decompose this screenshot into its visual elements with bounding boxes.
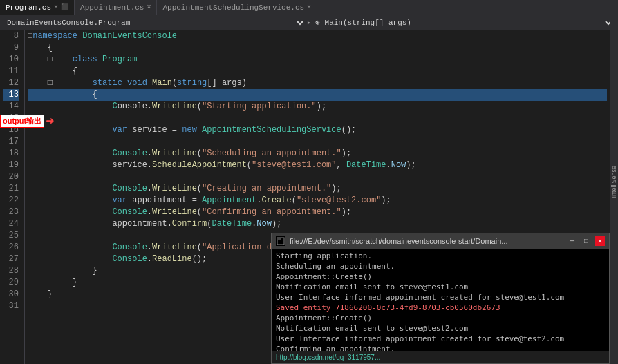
console-window: file:///E:/dev/ssmith/scratch/domaineven…: [271, 233, 610, 364]
line-num: 28: [3, 265, 19, 277]
line-numbers: 8 9 10 11 12 13 14 15 16 17 18 19 20 21 …: [0, 30, 25, 364]
namespace-selector[interactable]: DomainEventsConsole.Program: [4, 18, 306, 28]
console-maximize-button[interactable]: □: [581, 236, 591, 246]
output-arrow-icon: ➜: [46, 113, 54, 130]
code-line-8: □namespace DomainEventsConsole: [28, 30, 607, 42]
console-line: Scheduling an appointment.: [276, 261, 605, 271]
tab-close-icon[interactable]: ×: [147, 3, 151, 11]
console-footer: http://blog.csdn.net/qq_3117957...: [272, 351, 609, 363]
console-url: http://blog.csdn.net/qq_3117957...: [276, 354, 380, 361]
line-num: 31: [3, 300, 19, 312]
console-minimize-button[interactable]: ─: [568, 236, 577, 246]
console-line: User Interface informed appointment crea…: [276, 292, 605, 303]
code-line-19: service.ScheduleAppointment("steve@test1…: [28, 160, 607, 171]
line-num: 26: [3, 242, 19, 253]
line-num: 12: [3, 77, 19, 89]
code-line-10: □ class Program: [28, 54, 607, 66]
console-line: Appointment::Create(): [276, 271, 605, 282]
console-title: file:///E:/dev/ssmith/scratch/domaineven…: [290, 237, 563, 245]
line-num: 8: [3, 30, 19, 42]
tab-close-icon[interactable]: ×: [54, 3, 58, 11]
code-line-23: Console.WriteLine("Confirming an appoint…: [28, 207, 607, 218]
output-label: output输出: [0, 115, 44, 128]
line-num: 21: [3, 183, 19, 195]
code-line-13: {: [28, 89, 607, 101]
console-line: Starting application.: [276, 251, 605, 261]
tab-close-icon[interactable]: ×: [307, 3, 311, 11]
svg-rect-1: [278, 238, 281, 240]
code-line-18: Console.WriteLine("Scheduling an appoint…: [28, 148, 607, 160]
line-num: 23: [3, 207, 19, 218]
tab-bar: Program.cs × ⬛ Appointment.cs × Appointm…: [0, 0, 618, 15]
line-num: 10: [3, 54, 19, 66]
line-num: 20: [3, 171, 19, 183]
console-close-button[interactable]: ✕: [595, 236, 605, 246]
line-num-active: 13: [3, 89, 19, 101]
line-num: 14: [3, 101, 19, 113]
line-num: 17: [3, 136, 19, 148]
console-line: Appointment::Create(): [276, 313, 605, 323]
console-line: Notification email sent to steve@test2.c…: [276, 323, 605, 334]
intellisense-sidebar: IntelliSense: [610, 0, 618, 364]
console-titlebar: file:///E:/dev/ssmith/scratch/domaineven…: [272, 233, 609, 249]
method-selector[interactable]: ⊛ Main(string[] args): [312, 18, 614, 28]
intellisense-label: IntelliSense: [610, 166, 617, 198]
code-line-20: [28, 171, 607, 183]
tab-program-cs[interactable]: Program.cs × ⬛: [0, 0, 75, 15]
console-body: Starting application. Scheduling an appo…: [272, 249, 609, 351]
code-line-12: □ static void Main(string[] args): [28, 77, 607, 89]
console-line: User Interface informed appointment crea…: [276, 334, 605, 344]
code-line-21: Console.WriteLine("Creating an appointme…: [28, 183, 607, 195]
line-num: 19: [3, 160, 19, 171]
tab-label: Appointment.cs: [80, 3, 144, 12]
output-annotation: output输出 ➜: [0, 113, 54, 130]
code-line-16: var service = new AppointmentSchedulingS…: [28, 124, 607, 136]
code-line-14: Console.WriteLine("Starting application.…: [28, 101, 607, 113]
tab-appointment-cs[interactable]: Appointment.cs ×: [75, 0, 157, 15]
line-num: 25: [3, 230, 19, 242]
tab-pin-icon: ⬛: [61, 3, 68, 11]
line-num: 29: [3, 277, 19, 289]
tab-label: AppointmentSchedulingService.cs: [162, 3, 304, 12]
code-line-11: {: [28, 66, 607, 77]
line-num: 22: [3, 195, 19, 207]
console-line: Confirming an appointment.: [276, 344, 605, 351]
code-line-24: appointment.Confirm(DateTime.Now);: [28, 218, 607, 230]
console-line: Notification email sent to steve@test1.c…: [276, 282, 605, 292]
code-line-22: var appointment = Appointment.Create("st…: [28, 195, 607, 207]
line-num: 24: [3, 218, 19, 230]
code-line-9: {: [28, 42, 607, 54]
console-line-red: Saved entity 71866200-0c73-4fd9-8703-cb0…: [276, 303, 605, 313]
tab-label: Program.cs: [6, 3, 51, 12]
line-num: 27: [3, 253, 19, 265]
line-num: 11: [3, 66, 19, 77]
breadcrumb-separator: ▸: [307, 18, 312, 27]
code-line-15: [28, 113, 607, 124]
tab-appointment-scheduling-cs[interactable]: AppointmentSchedulingService.cs ×: [157, 0, 317, 15]
line-num: 9: [3, 42, 19, 54]
console-app-icon: [276, 236, 285, 246]
line-num: 18: [3, 148, 19, 160]
code-line-17: [28, 136, 607, 148]
breadcrumb-bar: DomainEventsConsole.Program ▸ ⊛ Main(str…: [0, 15, 618, 30]
line-num: 30: [3, 289, 19, 300]
